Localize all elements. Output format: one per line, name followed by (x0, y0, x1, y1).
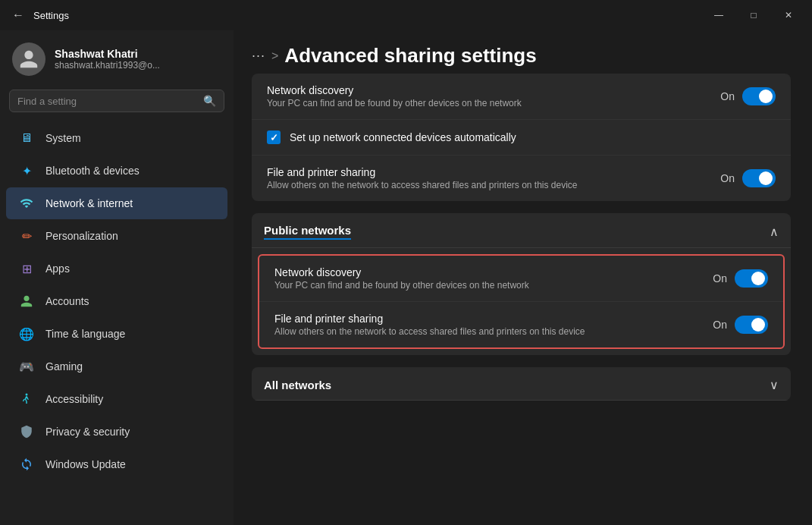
public-networks-title: Public networks (264, 224, 351, 240)
bluetooth-icon: ✦ (18, 162, 35, 179)
public-network-discovery-control: On (713, 269, 768, 288)
public-network-discovery-toggle[interactable] (735, 269, 768, 288)
private-network-discovery-desc: Your PC can find and be found by other d… (267, 98, 631, 108)
public-file-sharing-title: File and printer sharing (274, 313, 713, 325)
sidebar-item-label: Privacy & security (45, 426, 215, 438)
public-networks-section: Public networks ∧ Network discovery Your… (252, 213, 791, 355)
public-file-sharing-info: File and printer sharing Allow others on… (274, 313, 713, 337)
sidebar-item-system[interactable]: 🖥 System (6, 122, 227, 154)
privacy-icon (18, 423, 35, 440)
system-icon: 🖥 (18, 130, 35, 146)
public-highlighted-rows: Network discovery Your PC can find and b… (258, 254, 785, 349)
sidebar: Shashwat Khatri shashwat.khatri1993@o...… (0, 30, 234, 525)
sidebar-item-label: Accessibility (45, 393, 215, 405)
public-networks-chevron: ∧ (770, 225, 779, 239)
gaming-icon: 🎮 (18, 358, 35, 375)
public-networks-header[interactable]: Public networks ∧ (252, 213, 791, 248)
user-email: shashwat.khatri1993@o... (55, 60, 160, 71)
sidebar-item-network[interactable]: Network & internet (6, 187, 227, 219)
page-title: Advanced sharing settings (284, 44, 536, 68)
all-networks-header[interactable]: All networks ∨ (252, 367, 791, 401)
private-network-discovery-info: Network discovery Your PC can find and b… (267, 84, 720, 108)
toggle-track (742, 87, 776, 105)
breadcrumb-separator: > (271, 49, 278, 63)
maximize-button[interactable]: □ (736, 3, 771, 27)
toggle-track (735, 316, 768, 334)
toggle-track (735, 269, 768, 288)
nav-menu: 🖥 System ✦ Bluetooth & devices Network &… (0, 121, 234, 481)
checkbox-check-icon: ✓ (270, 132, 278, 143)
public-network-discovery-desc: Your PC can find and be found by other d… (274, 280, 638, 291)
titlebar-controls: — □ ✕ (701, 3, 806, 27)
titlebar-left: ← Settings (12, 8, 69, 22)
network-icon (18, 195, 35, 212)
private-file-sharing-info: File and printer sharing Allow others on… (267, 166, 720, 190)
close-button[interactable]: ✕ (771, 3, 806, 27)
sidebar-item-label: Gaming (45, 360, 215, 373)
toggle-thumb (751, 272, 765, 285)
sidebar-item-update[interactable]: Windows Update (6, 448, 227, 480)
private-file-sharing-title: File and printer sharing (267, 166, 720, 178)
public-network-discovery-info: Network discovery Your PC can find and b… (274, 266, 713, 291)
private-network-discovery-row: Network discovery Your PC can find and b… (252, 74, 791, 120)
all-networks-title: All networks (264, 379, 331, 391)
sidebar-item-label: System (45, 132, 215, 144)
private-file-sharing-toggle[interactable] (742, 169, 776, 187)
toggle-thumb (759, 171, 773, 185)
apps-icon: ⊞ (18, 260, 35, 277)
auto-setup-label: Set up network connected devices automat… (290, 131, 516, 143)
auto-setup-checkbox[interactable]: ✓ (267, 130, 281, 144)
all-networks-chevron: ∨ (770, 378, 779, 392)
accessibility-icon (18, 391, 35, 407)
search-icon: 🔍 (203, 95, 216, 107)
private-network-discovery-title: Network discovery (267, 84, 720, 96)
public-file-sharing-toggle-label: On (713, 319, 727, 331)
private-file-sharing-control: On (720, 169, 776, 187)
sidebar-item-time[interactable]: 🌐 Time & language (6, 318, 227, 350)
sidebar-item-accounts[interactable]: Accounts (6, 285, 227, 317)
sidebar-item-label: Time & language (45, 328, 215, 340)
minimize-button[interactable]: — (701, 3, 736, 27)
private-file-sharing-desc: Allow others on the network to access sh… (267, 180, 631, 190)
accounts-icon (18, 293, 35, 310)
sidebar-item-label: Personalization (45, 230, 215, 242)
search-input[interactable] (17, 96, 197, 107)
app-layout: Shashwat Khatri shashwat.khatri1993@o...… (0, 30, 812, 525)
avatar (12, 42, 45, 76)
breadcrumb-dots[interactable]: ··· (252, 48, 265, 64)
user-info: Shashwat Khatri shashwat.khatri1993@o... (55, 48, 160, 71)
toggle-thumb (751, 318, 765, 332)
sidebar-item-apps[interactable]: ⊞ Apps (6, 253, 227, 285)
private-network-discovery-toggle[interactable] (742, 87, 776, 105)
public-network-discovery-row: Network discovery Your PC can find and b… (259, 256, 783, 302)
sidebar-item-privacy[interactable]: Privacy & security (6, 416, 227, 448)
time-icon: 🌐 (18, 325, 35, 342)
sidebar-item-gaming[interactable]: 🎮 Gaming (6, 351, 227, 382)
sidebar-item-label: Windows Update (45, 458, 215, 470)
personalization-icon: ✏ (18, 228, 35, 244)
sidebar-item-bluetooth[interactable]: ✦ Bluetooth & devices (6, 155, 227, 187)
search-box[interactable]: 🔍 (9, 90, 224, 112)
public-file-sharing-row: File and printer sharing Allow others on… (259, 302, 783, 347)
public-network-discovery-title: Network discovery (274, 266, 713, 278)
private-file-sharing-toggle-label: On (720, 172, 735, 184)
titlebar: ← Settings — □ ✕ (0, 0, 812, 30)
sidebar-item-personalization[interactable]: ✏ Personalization (6, 220, 227, 252)
sidebar-item-label: Network & internet (45, 197, 215, 209)
toggle-thumb (759, 90, 773, 103)
content-area: ··· > Advanced sharing settings Network … (234, 30, 812, 525)
public-network-discovery-toggle-label: On (713, 272, 727, 285)
private-network-discovery-control: On (720, 87, 776, 105)
back-icon[interactable]: ← (12, 8, 24, 22)
private-network-section: Network discovery Your PC can find and b… (252, 74, 791, 201)
sidebar-item-label: Accounts (45, 295, 215, 307)
private-network-discovery-toggle-label: On (720, 90, 735, 102)
public-file-sharing-control: On (713, 316, 768, 334)
sidebar-item-accessibility[interactable]: Accessibility (6, 383, 227, 415)
public-file-sharing-desc: Allow others on the network to access sh… (274, 326, 638, 337)
content-header: ··· > Advanced sharing settings (234, 30, 812, 74)
sidebar-item-label: Bluetooth & devices (45, 165, 215, 177)
update-icon (18, 456, 35, 473)
public-file-sharing-toggle[interactable] (735, 316, 768, 334)
user-name: Shashwat Khatri (55, 48, 160, 60)
